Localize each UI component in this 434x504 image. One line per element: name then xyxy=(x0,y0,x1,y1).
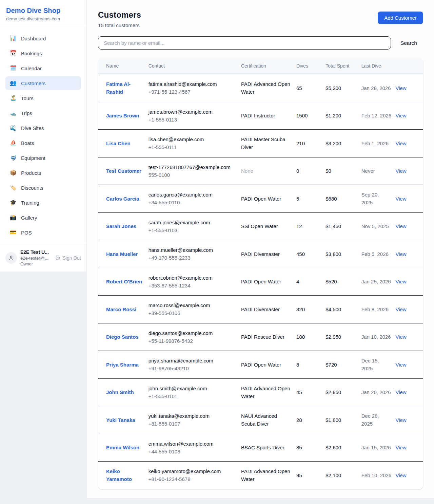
view-link[interactable]: View xyxy=(395,85,406,91)
view-link[interactable]: View xyxy=(395,141,406,146)
customer-last-dive: Jan 15, 2026 xyxy=(361,445,391,450)
table-row: Robert O'Brien robert.obrien@example.com… xyxy=(98,268,423,296)
sidebar-item-label: Calendar xyxy=(21,66,42,71)
sidebar-item-gallery[interactable]: 📸 Gallery xyxy=(5,211,81,224)
sidebar-item-dive-sites[interactable]: 🌊 Dive Sites xyxy=(5,121,81,135)
wave-icon: 🌊 xyxy=(10,125,17,131)
sidebar-item-pos[interactable]: 💳 POS xyxy=(5,226,81,239)
sidebar-item-dashboard[interactable]: 📊 Dashboard xyxy=(5,32,81,45)
customer-certification: PADI Master Scuba Diver xyxy=(241,136,285,150)
user-name: E2E Test U... xyxy=(20,249,52,255)
customer-certification: PADI Advanced Open Water xyxy=(241,81,290,95)
customer-dives: 95 xyxy=(296,472,302,478)
add-customer-button[interactable]: Add Customer xyxy=(378,12,423,24)
customer-certification: PADI Advanced Open Water xyxy=(241,468,290,482)
diving-mask-icon: 🤿 xyxy=(10,155,17,161)
sidebar-item-discounts[interactable]: 🏷️ Discounts xyxy=(5,181,81,194)
table-row: Emma Wilson emma.wilson@example.com +44-… xyxy=(98,434,423,462)
view-link[interactable]: View xyxy=(395,251,406,257)
sidebar-item-label: Bookings xyxy=(21,51,42,56)
customer-name-link[interactable]: Sarah Jones xyxy=(106,222,136,230)
sidebar-item-tours[interactable]: 🏝️ Tours xyxy=(5,91,81,105)
customer-email: carlos.garcia@example.com xyxy=(149,191,237,199)
customer-dives: 85 xyxy=(296,445,302,450)
sidebar-item-label: Discounts xyxy=(21,185,43,191)
customer-total-spent: $5,200 xyxy=(326,85,341,91)
customer-dives: 4 xyxy=(296,279,299,284)
sidebar: Demo Dive Shop demo.test.divestreams.com… xyxy=(0,0,87,272)
customer-last-dive: Jan 10, 2026 xyxy=(361,334,391,340)
customer-total-spent: $520 xyxy=(326,279,337,284)
customer-name-link[interactable]: Carlos Garcia xyxy=(106,195,139,203)
customers-table-card: NameContactCertificationDivesTotal Spent… xyxy=(98,58,423,489)
view-link[interactable]: View xyxy=(395,417,406,423)
customer-total-spent: $3,800 xyxy=(326,251,341,257)
view-link[interactable]: View xyxy=(395,445,406,450)
view-link[interactable]: View xyxy=(395,334,406,340)
customer-phone: +81-555-0107 xyxy=(149,420,237,428)
calendar-icon: 📅 xyxy=(10,51,17,56)
customer-name-link[interactable]: Keiko Yamamoto xyxy=(106,467,144,483)
customer-name-link[interactable]: Emma Wilson xyxy=(106,444,139,451)
sidebar-item-label: Gallery xyxy=(21,215,37,221)
sign-out-button[interactable]: Sign Out xyxy=(55,255,81,261)
package-icon: 📦 xyxy=(10,170,17,175)
table-row: Carlos Garcia carlos.garcia@example.com … xyxy=(98,185,423,213)
customer-phone: +44-555-0108 xyxy=(149,448,237,455)
sailboat-icon: ⛵ xyxy=(10,140,17,146)
sidebar-item-training[interactable]: 🎓 Training xyxy=(5,196,81,209)
search-button[interactable]: Search xyxy=(400,40,417,46)
customer-name-link[interactable]: Hans Mueller xyxy=(106,250,138,258)
view-link[interactable]: View xyxy=(395,389,406,395)
customer-email: james.brown@example.com xyxy=(149,108,237,116)
view-link[interactable]: View xyxy=(395,168,406,174)
customer-total-spent: $1,450 xyxy=(326,223,341,229)
view-link[interactable]: View xyxy=(395,223,406,229)
table-row: Diego Santos diego.santos@example.com +5… xyxy=(98,323,423,351)
customer-phone: +1-555-0103 xyxy=(149,226,237,234)
view-link[interactable]: View xyxy=(395,472,406,478)
customer-dives: 210 xyxy=(296,141,305,146)
graduation-cap-icon: 🎓 xyxy=(10,200,17,205)
view-link[interactable]: View xyxy=(395,279,406,284)
sidebar-item-calendar[interactable]: 🗓️ Calendar xyxy=(5,61,81,75)
view-link[interactable]: View xyxy=(395,306,406,312)
customer-name-link[interactable]: Lisa Chen xyxy=(106,139,131,147)
customer-name-link[interactable]: Diego Santos xyxy=(106,333,139,341)
customer-phone: +34-555-0110 xyxy=(149,199,237,206)
customer-name-link[interactable]: Yuki Tanaka xyxy=(106,416,135,424)
sidebar-footer: E2E Test U... e2e-tester@... Owner Sign … xyxy=(0,244,86,272)
spiral-calendar-icon: 🗓️ xyxy=(10,66,17,71)
customer-dives: 8 xyxy=(296,362,299,368)
customer-total-spent: $2,600 xyxy=(326,445,341,450)
customer-name-link[interactable]: Marco Rossi xyxy=(106,305,136,313)
customer-phone: +1-555-0101 xyxy=(149,392,237,400)
sidebar-item-bookings[interactable]: 📅 Bookings xyxy=(5,46,81,60)
customer-last-dive: Jan 28, 2026 xyxy=(361,85,391,91)
search-input[interactable] xyxy=(98,36,391,50)
customer-name-link[interactable]: Test Customer xyxy=(106,167,141,175)
customer-name-link[interactable]: John Smith xyxy=(106,388,134,396)
view-link[interactable]: View xyxy=(395,196,406,202)
customer-name-link[interactable]: James Brown xyxy=(106,112,139,119)
customer-phone: +1-555-0113 xyxy=(149,116,237,124)
customer-certification: PADI Open Water xyxy=(241,362,281,368)
sidebar-item-label: Dashboard xyxy=(21,36,46,41)
sidebar-item-products[interactable]: 📦 Products xyxy=(5,166,81,180)
user-role: Owner xyxy=(20,261,52,267)
customer-name-link[interactable]: Fatima Al-Rashid xyxy=(106,80,144,96)
table-row: Priya Sharma priya.sharma@example.com +9… xyxy=(98,351,423,379)
sidebar-item-customers[interactable]: 👥 Customers xyxy=(5,76,81,90)
customer-name-link[interactable]: Priya Sharma xyxy=(106,361,139,369)
customer-email: diego.santos@example.com xyxy=(149,329,237,337)
view-link[interactable]: View xyxy=(395,113,406,118)
customer-name-link[interactable]: Robert O'Brien xyxy=(106,278,142,285)
sidebar-item-label: Dive Sites xyxy=(21,125,44,131)
sidebar-item-trips[interactable]: 🛥️ Trips xyxy=(5,106,81,120)
customer-certification: SSI Open Water xyxy=(241,223,278,229)
view-link[interactable]: View xyxy=(395,362,406,368)
sidebar-item-equipment[interactable]: 🤿 Equipment xyxy=(5,151,81,165)
sidebar-item-boats[interactable]: ⛵ Boats xyxy=(5,136,81,150)
motorboat-icon: 🛥️ xyxy=(10,110,17,116)
island-icon: 🏝️ xyxy=(10,95,17,101)
